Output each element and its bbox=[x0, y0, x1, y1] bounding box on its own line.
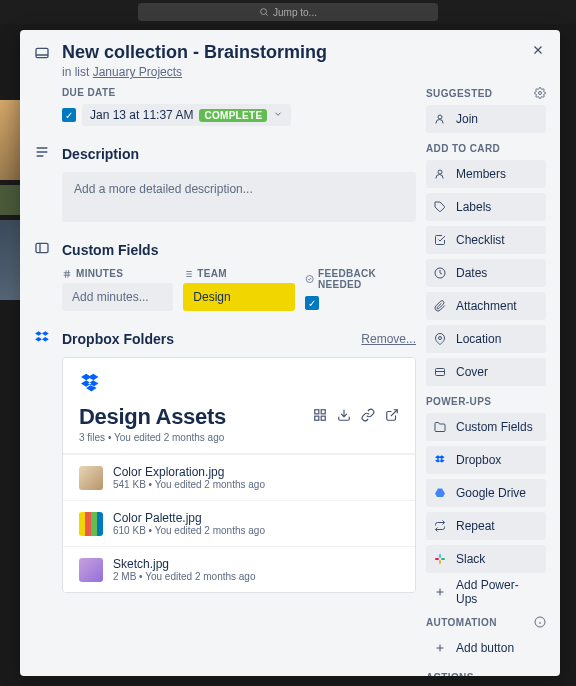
svg-rect-39 bbox=[435, 558, 439, 560]
due-date-label: DUE DATE bbox=[62, 87, 416, 98]
dropbox-file-row[interactable]: Color Exploration.jpg 541 KB • You edite… bbox=[63, 454, 415, 500]
cf-team-select[interactable]: Design bbox=[183, 283, 294, 311]
card-modal: New collection - Brainstorming in list J… bbox=[20, 30, 560, 676]
due-status-badge: COMPLETE bbox=[199, 109, 267, 122]
card-title[interactable]: New collection - Brainstorming bbox=[62, 42, 327, 63]
svg-point-21 bbox=[306, 275, 313, 282]
card-icon bbox=[34, 45, 52, 65]
svg-point-29 bbox=[438, 115, 442, 119]
actions-label: ACTIONS bbox=[426, 672, 546, 676]
jump-to-search[interactable]: Jump to... bbox=[138, 3, 438, 21]
cf-minutes-input[interactable]: Add minutes... bbox=[62, 283, 173, 311]
location-button[interactable]: Location bbox=[426, 325, 546, 353]
svg-rect-22 bbox=[315, 410, 319, 414]
card-subtitle: in list January Projects bbox=[62, 65, 327, 79]
slack-icon bbox=[434, 553, 448, 565]
dropbox-remove-link[interactable]: Remove... bbox=[361, 332, 416, 346]
list-icon bbox=[183, 269, 193, 279]
add-powerups-button[interactable]: Add Power-Ups bbox=[426, 578, 546, 606]
dropbox-icon bbox=[34, 329, 52, 349]
svg-point-0 bbox=[261, 9, 267, 15]
location-icon bbox=[434, 333, 448, 345]
close-icon bbox=[531, 43, 545, 57]
checklist-button[interactable]: Checklist bbox=[426, 226, 546, 254]
link-icon[interactable] bbox=[361, 408, 375, 426]
chevron-down-icon bbox=[273, 108, 283, 122]
dropbox-file-row[interactable]: Sketch.jpg 2 MB • You edited 2 months ag… bbox=[63, 546, 415, 592]
dropbox-icon bbox=[434, 454, 448, 466]
dropbox-section-title: Dropbox Folders bbox=[62, 331, 174, 347]
svg-rect-24 bbox=[315, 416, 319, 420]
description-title: Description bbox=[62, 146, 139, 162]
file-name: Color Palette.jpg bbox=[113, 511, 265, 525]
add-to-card-label: ADD TO CARD bbox=[426, 143, 546, 154]
folder-icon bbox=[434, 421, 448, 433]
add-automation-button[interactable]: Add button bbox=[426, 634, 546, 662]
cf-feedback-checkbox[interactable]: ✓ bbox=[305, 296, 319, 310]
dates-button[interactable]: Dates bbox=[426, 259, 546, 287]
pu-gdrive-button[interactable]: Google Drive bbox=[426, 479, 546, 507]
info-icon[interactable] bbox=[534, 616, 546, 628]
svg-line-27 bbox=[391, 410, 397, 416]
person-icon bbox=[434, 168, 448, 180]
cf-minutes-label: MINUTES bbox=[62, 268, 173, 279]
members-button[interactable]: Members bbox=[426, 160, 546, 188]
dropbox-logo-icon bbox=[79, 372, 399, 398]
dropbox-file-row[interactable]: Color Palette.jpg 610 KB • You edited 2 … bbox=[63, 500, 415, 546]
file-name: Color Exploration.jpg bbox=[113, 465, 265, 479]
pu-dropbox-button[interactable]: Dropbox bbox=[426, 446, 546, 474]
svg-rect-38 bbox=[439, 560, 441, 564]
join-button[interactable]: Join bbox=[426, 105, 546, 133]
pu-slack-button[interactable]: Slack bbox=[426, 545, 546, 573]
close-button[interactable] bbox=[528, 40, 548, 60]
file-meta: 541 KB • You edited 2 months ago bbox=[113, 479, 265, 490]
due-date-button[interactable]: Jan 13 at 11:37 AM COMPLETE bbox=[82, 104, 291, 126]
checklist-icon bbox=[434, 234, 448, 246]
automation-label: AUTOMATION bbox=[426, 616, 546, 628]
tag-icon bbox=[434, 201, 448, 213]
plus-icon bbox=[434, 586, 448, 598]
person-icon bbox=[434, 113, 448, 125]
cover-button[interactable]: Cover bbox=[426, 358, 546, 386]
repeat-icon bbox=[434, 520, 448, 532]
check-circle-icon bbox=[305, 274, 314, 284]
svg-rect-23 bbox=[321, 410, 325, 414]
svg-rect-9 bbox=[36, 243, 48, 252]
hash-icon bbox=[62, 269, 72, 279]
grid-view-icon[interactable] bbox=[313, 408, 327, 426]
svg-rect-4 bbox=[36, 48, 48, 57]
due-checkbox[interactable]: ✓ bbox=[62, 108, 76, 122]
cover-icon bbox=[434, 366, 448, 378]
file-thumbnail bbox=[79, 558, 103, 582]
svg-point-30 bbox=[438, 170, 442, 174]
attachment-button[interactable]: Attachment bbox=[426, 292, 546, 320]
dropbox-folder-card: Design Assets 3 files • You edited 2 mon… bbox=[62, 357, 416, 593]
paperclip-icon bbox=[434, 300, 448, 312]
file-meta: 2 MB • You edited 2 months ago bbox=[113, 571, 256, 582]
pu-custom-fields-button[interactable]: Custom Fields bbox=[426, 413, 546, 441]
plus-icon bbox=[434, 642, 448, 654]
jump-placeholder: Jump to... bbox=[273, 7, 317, 18]
description-icon bbox=[34, 144, 52, 164]
due-date-text: Jan 13 at 11:37 AM bbox=[90, 108, 193, 122]
pu-repeat-button[interactable]: Repeat bbox=[426, 512, 546, 540]
dropbox-folder-title: Design Assets bbox=[79, 404, 226, 430]
app-topbar: Jump to... bbox=[0, 0, 576, 24]
custom-fields-icon bbox=[34, 240, 52, 260]
gear-icon[interactable] bbox=[534, 87, 546, 99]
labels-button[interactable]: Labels bbox=[426, 193, 546, 221]
svg-line-1 bbox=[266, 14, 268, 16]
cf-team-label: TEAM bbox=[183, 268, 294, 279]
description-input[interactable]: Add a more detailed description... bbox=[62, 172, 416, 222]
svg-rect-37 bbox=[441, 558, 445, 560]
search-icon bbox=[259, 7, 269, 17]
powerups-label: POWER-UPS bbox=[426, 396, 546, 407]
download-icon[interactable] bbox=[337, 408, 351, 426]
clock-icon bbox=[434, 267, 448, 279]
svg-point-33 bbox=[439, 337, 442, 340]
file-name: Sketch.jpg bbox=[113, 557, 256, 571]
external-link-icon[interactable] bbox=[385, 408, 399, 426]
gdrive-icon bbox=[434, 487, 448, 499]
list-link[interactable]: January Projects bbox=[93, 65, 182, 79]
svg-rect-25 bbox=[321, 416, 325, 420]
